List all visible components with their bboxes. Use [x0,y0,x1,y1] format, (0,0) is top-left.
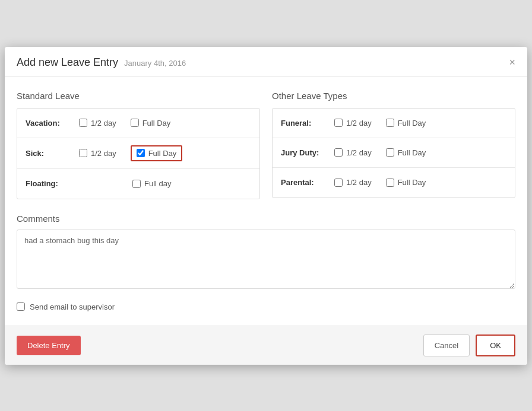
delete-entry-button[interactable]: Delete Entry [17,336,81,355]
standard-leave-table: Vacation: 1/2 day Full Day [17,108,260,199]
jury-duty-full-day-item[interactable]: Full Day [386,148,426,157]
parental-half-day-item[interactable]: 1/2 day [334,178,372,187]
vacation-row: Vacation: 1/2 day Full Day [17,109,259,138]
sick-full-day-item[interactable]: Full Day [131,145,183,161]
floating-full-day-item[interactable]: Full day [132,179,172,188]
sick-half-day-label: 1/2 day [91,149,116,158]
sick-full-day-label: Full Day [148,149,177,158]
dialog: Add new Leave Entry January 4th, 2016 × … [5,47,527,365]
floating-label: Floating: [26,179,79,188]
email-supervisor-row: Send email to supervisor [17,302,515,311]
standard-leave-title: Standard Leave [17,91,260,101]
vacation-full-day-label: Full Day [142,119,171,128]
jury-duty-row: Jury Duty: 1/2 day Full Day [273,138,515,168]
funeral-checkboxes: 1/2 day Full Day [334,119,506,128]
comments-section: Comments had a stomach bug this day [17,214,515,291]
dialog-title: Add new Leave Entry [17,56,118,69]
funeral-full-day-label: Full Day [398,119,426,128]
email-supervisor-label[interactable]: Send email to supervisor [30,302,115,311]
sick-row: Sick: 1/2 day Full Day [17,138,259,169]
parental-full-day-label: Full Day [398,178,426,187]
vacation-checkboxes: 1/2 day Full Day [79,119,251,128]
vacation-half-day-item[interactable]: 1/2 day [79,119,116,128]
leave-sections: Standard Leave Vacation: 1/2 day [17,91,515,199]
other-leave-table: Funeral: 1/2 day Full Day [272,108,515,198]
footer-right: Cancel OK [423,334,515,356]
parental-half-day-label: 1/2 day [346,178,372,187]
vacation-label: Vacation: [26,119,79,128]
dialog-body: Standard Leave Vacation: 1/2 day [5,77,527,326]
funeral-label: Funeral: [281,119,334,128]
funeral-row: Funeral: 1/2 day Full Day [273,109,515,138]
vacation-full-day-item[interactable]: Full Day [131,119,171,128]
funeral-full-day-item[interactable]: Full Day [386,119,426,128]
funeral-full-day-checkbox[interactable] [386,119,394,127]
jury-duty-checkboxes: 1/2 day Full Day [334,148,506,157]
standard-leave-section: Standard Leave Vacation: 1/2 day [17,91,260,199]
header-left: Add new Leave Entry January 4th, 2016 [17,56,186,69]
parental-full-day-checkbox[interactable] [386,179,394,187]
parental-full-day-item[interactable]: Full Day [386,178,426,187]
dialog-header: Add new Leave Entry January 4th, 2016 × [5,47,527,77]
floating-checkboxes: Full day [79,179,251,188]
funeral-half-day-label: 1/2 day [346,119,372,128]
vacation-full-day-checkbox[interactable] [131,119,139,127]
parental-half-day-checkbox[interactable] [334,179,343,187]
funeral-half-day-checkbox[interactable] [334,119,343,127]
parental-row: Parental: 1/2 day Full Day [273,168,515,197]
jury-duty-full-day-checkbox[interactable] [386,148,394,157]
sick-full-day-checkbox[interactable] [137,149,145,157]
sick-checkboxes: 1/2 day Full Day [79,145,251,161]
close-button[interactable]: × [509,57,515,68]
other-leave-title: Other Leave Types [272,91,515,101]
jury-duty-half-day-item[interactable]: 1/2 day [334,148,372,157]
sick-half-day-checkbox[interactable] [79,149,87,157]
dialog-date: January 4th, 2016 [124,59,186,68]
ok-button[interactable]: OK [476,334,515,356]
vacation-half-day-label: 1/2 day [91,119,116,128]
other-leave-section: Other Leave Types Funeral: 1/2 day [272,91,515,199]
parental-label: Parental: [281,178,334,187]
funeral-half-day-item[interactable]: 1/2 day [334,119,372,128]
cancel-button[interactable]: Cancel [423,334,470,356]
comments-textarea[interactable]: had a stomach bug this day [17,230,515,289]
jury-duty-half-day-checkbox[interactable] [334,148,343,157]
vacation-half-day-checkbox[interactable] [79,119,87,127]
floating-row: Floating: Full day [17,169,259,199]
dialog-footer: Delete Entry Cancel OK [5,326,527,365]
floating-full-day-checkbox[interactable] [132,180,141,188]
floating-full-day-label: Full day [144,179,172,188]
jury-duty-label: Jury Duty: [281,148,334,157]
sick-half-day-item[interactable]: 1/2 day [79,149,116,158]
parental-checkboxes: 1/2 day Full Day [334,178,506,187]
jury-duty-full-day-label: Full Day [398,148,426,157]
jury-duty-half-day-label: 1/2 day [346,148,372,157]
comments-title: Comments [17,214,515,224]
sick-label: Sick: [26,149,79,158]
email-supervisor-checkbox[interactable] [17,302,25,311]
